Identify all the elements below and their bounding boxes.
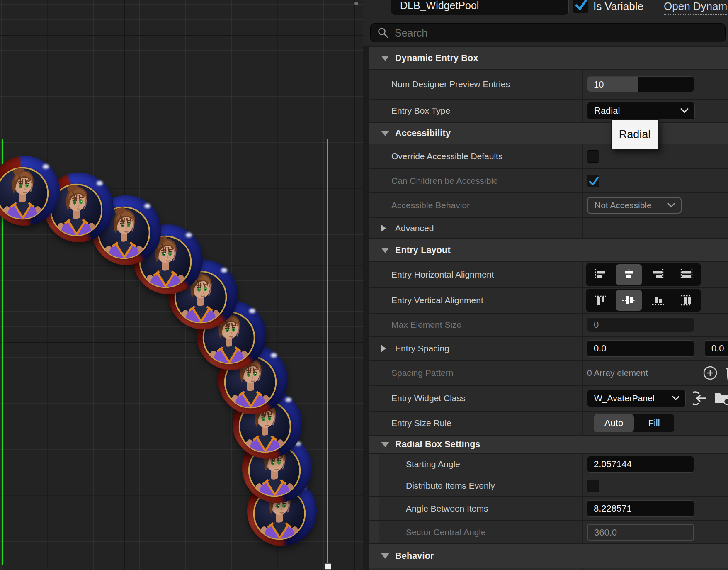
- collapse-arrow-icon: [381, 131, 389, 136]
- align-left-icon: [593, 268, 607, 281]
- chevron-down-icon: [680, 108, 689, 114]
- avatar-portrait: [0, 166, 49, 220]
- input-value: 0.0: [594, 341, 607, 356]
- designer-canvas[interactable]: [0, 0, 363, 570]
- row-label: Entry Widget Class: [391, 393, 466, 403]
- align-fill-button[interactable]: [673, 264, 700, 285]
- collapse-arrow-icon: [381, 248, 389, 253]
- row-distribute-items-evenly: Distribute Items Evenly: [369, 475, 728, 496]
- row-entry-box-type: Entry Box Type Radial: [369, 100, 728, 122]
- row-label: Spacing Pattern: [391, 368, 453, 378]
- row-spacing-pattern: Spacing Pattern 0 Array element: [369, 361, 728, 385]
- valign-fill-button[interactable]: [673, 290, 700, 311]
- details-header: DLB_WidgetPool Is Variable Open Dynamic …: [363, 0, 728, 46]
- row-label: Entry Box Type: [391, 106, 450, 116]
- row-entry-widget-class: Entry Widget Class W_AvaterPanel: [369, 386, 728, 411]
- row-accessible-behavior: Accessible Behavior Not Accessible: [369, 193, 728, 217]
- align-right-button[interactable]: [645, 264, 671, 285]
- input-value: 360.0: [594, 525, 617, 541]
- row-starting-angle: Starting Angle 2.057144: [369, 454, 728, 475]
- row-entry-spacing: Entry Spacing 0.0 0.0: [369, 337, 728, 360]
- details-panel: DLB_WidgetPool Is Variable Open Dynamic …: [363, 0, 728, 570]
- row-label: Entry Vertical Alignment: [391, 295, 483, 305]
- sector-central-angle-input[interactable]: 360.0: [587, 524, 694, 541]
- align-fill-icon: [679, 268, 694, 281]
- row-label: Starting Angle: [406, 459, 460, 469]
- browse-to-asset-button[interactable]: [714, 390, 728, 407]
- use-selected-asset-icon: [693, 390, 710, 407]
- array-element-count: 0 Array element: [587, 368, 648, 378]
- accessible-behavior-dropdown[interactable]: Not Accessible: [587, 197, 682, 214]
- selection-resize-handle[interactable]: [325, 563, 331, 570]
- input-value: 0.0: [711, 341, 724, 356]
- expander-arrow-icon[interactable]: [381, 224, 386, 232]
- align-right-icon: [651, 268, 665, 281]
- section-title: Entry Layout: [395, 245, 451, 256]
- valign-bottom-button[interactable]: [645, 290, 671, 311]
- override-defaults-checkbox[interactable]: [587, 150, 599, 163]
- valign-fill-icon: [679, 294, 694, 307]
- row-entry-size-rule: Entry Size Rule Auto Fill: [369, 412, 728, 435]
- input-value: 2.057144: [594, 456, 632, 472]
- tooltip-text: Radial: [619, 128, 651, 141]
- row-entry-horizontal-alignment: Entry Horizontal Alignment: [369, 262, 728, 287]
- entry-widget-class-dropdown[interactable]: W_AvaterPanel: [587, 390, 686, 407]
- row-sector-central-angle: Sector Central Angle 360.0: [369, 521, 728, 543]
- valign-top-button[interactable]: [587, 290, 614, 311]
- row-label: Entry Size Rule: [391, 418, 451, 428]
- collapse-arrow-icon: [381, 56, 389, 61]
- angle-between-items-input[interactable]: 8.228571: [587, 500, 694, 517]
- collapse-arrow-icon: [381, 553, 389, 559]
- row-angle-between-items: Angle Between Items 8.228571: [369, 497, 728, 520]
- row-max-element-size: Max Element Size 0: [369, 314, 728, 336]
- row-label: Angle Between Items: [406, 504, 488, 514]
- section-behavior[interactable]: Behavior: [369, 544, 728, 568]
- checkmark-icon: [587, 175, 600, 188]
- entry-spacing-x-input[interactable]: 0.0: [587, 340, 694, 357]
- section-title: Accessibility: [395, 128, 451, 139]
- collapse-arrow-icon: [381, 442, 389, 447]
- valign-top-icon: [593, 294, 607, 307]
- valign-center-button[interactable]: [616, 290, 642, 311]
- open-dynamic-link[interactable]: Open Dynamic: [664, 0, 728, 15]
- dropdown-value: Not Accessible: [595, 200, 652, 210]
- search-placeholder: Search: [395, 27, 427, 39]
- distribute-evenly-checkbox[interactable]: [587, 480, 599, 492]
- size-rule-auto-button[interactable]: Auto: [594, 414, 634, 432]
- add-array-element-button[interactable]: [702, 365, 718, 381]
- widget-name-field[interactable]: DLB_WidgetPool: [391, 0, 569, 15]
- is-variable-checkbox[interactable]: [573, 0, 588, 13]
- valign-bottom-icon: [651, 294, 665, 307]
- can-children-checkbox[interactable]: [587, 175, 599, 187]
- align-left-button[interactable]: [587, 264, 614, 285]
- section-radial-box-settings[interactable]: Radial Box Settings: [369, 436, 728, 453]
- row-label: Accessible Behavior: [391, 200, 470, 210]
- section-dynamic-entry-box[interactable]: Dynamic Entry Box: [369, 47, 728, 69]
- section-entry-layout[interactable]: Entry Layout: [369, 239, 728, 261]
- row-advanced[interactable]: Advanced: [369, 218, 728, 238]
- num-preview-spinbox[interactable]: 10: [587, 76, 694, 92]
- align-center-button[interactable]: [616, 264, 642, 285]
- trash-icon: [724, 365, 728, 381]
- dropdown-value: W_AvaterPanel: [594, 393, 655, 403]
- row-label: Max Element Size: [391, 320, 461, 330]
- chevron-down-icon: [667, 203, 675, 208]
- valign-center-icon: [622, 294, 636, 307]
- entry-box-type-dropdown[interactable]: Radial: [587, 102, 695, 119]
- row-label: Entry Spacing: [395, 343, 449, 353]
- expander-arrow-icon[interactable]: [381, 345, 386, 352]
- size-rule-fill-button[interactable]: Fill: [634, 414, 674, 432]
- plus-circle-icon: [702, 365, 718, 381]
- use-selected-asset-button[interactable]: [693, 390, 710, 407]
- entry-spacing-y-input[interactable]: 0.0: [705, 340, 728, 357]
- section-accessibility[interactable]: Accessibility: [369, 123, 728, 144]
- section-title: Dynamic Entry Box: [395, 53, 478, 63]
- input-value: 0: [594, 318, 599, 332]
- search-input[interactable]: Search: [370, 23, 726, 42]
- row-num-designer-preview-entries: Num Designer Preview Entries 10: [369, 70, 728, 99]
- clear-array-button[interactable]: [724, 365, 728, 381]
- row-label: Can Children be Accessible: [391, 176, 498, 186]
- radial-entry-avatar[interactable]: [0, 156, 60, 226]
- max-element-size-input[interactable]: 0: [587, 317, 694, 332]
- starting-angle-input[interactable]: 2.057144: [587, 456, 694, 473]
